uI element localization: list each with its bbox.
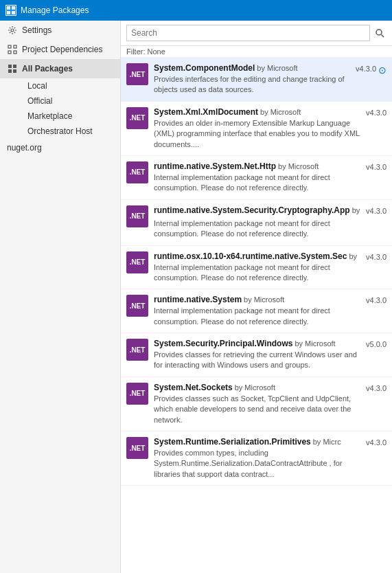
svg-rect-1 [12,6,15,10]
package-name: System.Runtime.Serialization.Primitives [154,437,311,447]
package-version: v4.3.0 [366,437,387,447]
content-area: Filter: None .NET System.ComponentModel … [121,21,392,573]
sidebar-item-marketplace[interactable]: Marketplace [22,109,120,124]
package-name: System.ComponentModel [154,63,255,73]
package-description: Provides common types, including System.… [154,448,360,480]
package-description: Provides interfaces for the editing and … [154,74,350,95]
package-version: v5.0.0 [366,339,387,348]
svg-rect-2 [7,11,10,14]
sidebar-item-nuget-org[interactable]: nuget.org [0,139,120,157]
package-version: v4.3.0 [366,383,387,392]
svg-rect-3 [12,11,15,14]
package-item[interactable]: .NET System.Net.Sockets by Microsoft Pro… [121,377,392,431]
package-icon: .NET [126,339,148,361]
package-version-area: v4.3.0 [366,161,387,171]
package-author: Microsoft [254,295,285,304]
svg-rect-10 [13,65,16,68]
package-item[interactable]: .NET System.Runtime.Serialization.Primit… [121,431,392,486]
package-name: System.Security.Principal.Windows [154,339,292,348]
package-title-row: System.ComponentModel by Microsoft [154,63,350,73]
package-item[interactable]: .NET System.ComponentModel by Microsoft … [121,58,392,102]
package-title-row: runtime.native.System.Security.Cryptogra… [154,205,360,217]
svg-rect-0 [7,6,10,10]
sidebar-item-official[interactable]: Official [22,93,120,109]
package-description: Internal implementation package not mean… [154,218,360,240]
package-item[interactable]: .NET runtime.native.System.Security.Cryp… [121,200,392,246]
package-title-row: System.Runtime.Serialization.Primitives … [154,437,360,447]
package-name: runtime.osx.10.10-x64.runtime.native.Sys… [154,251,347,261]
package-by: by [313,438,321,446]
package-title-row: runtime.native.System by Microsoft [154,295,360,304]
package-icon: .NET [126,437,148,459]
svg-rect-9 [8,65,12,68]
package-description: Provides an older in-memory Extensible M… [154,118,360,150]
svg-rect-12 [13,69,16,73]
window-title: Manage Packages [21,5,89,15]
package-version: v4.3.0 [366,107,387,117]
gear-icon [7,25,18,36]
package-description: Provides classes for retrieving the curr… [154,350,360,371]
package-info: runtime.native.System.Net.Http by Micros… [154,161,360,194]
package-icon: .NET [126,251,148,273]
package-icon: .NET [126,161,148,183]
package-description: Provides classes such as Socket, TcpClie… [154,394,360,425]
package-author: Microsoft [288,162,319,170]
package-author: Microsoft [270,108,301,116]
package-version-area: v4.3.0 [366,295,387,304]
package-author: Microsoft [244,383,275,392]
package-item[interactable]: .NET runtime.native.System by Microsoft … [121,289,392,333]
package-title-row: System.Xml.XmlDocument by Microsoft [154,107,360,117]
package-item[interactable]: .NET runtime.native.System.Net.Http by M… [121,156,392,200]
package-version-area: v5.0.0 [366,339,387,348]
search-input[interactable] [126,25,370,41]
app-icon [5,5,16,16]
svg-line-14 [381,34,384,37]
svg-rect-5 [8,45,11,48]
sidebar-item-settings[interactable]: Settings [0,21,120,40]
package-by: by [235,383,243,392]
download-icon[interactable]: ⊙ [378,65,387,76]
package-info: System.Security.Principal.Windows by Mic… [154,339,360,371]
package-version: v4.3.0 [366,251,387,261]
sidebar-item-all-packages[interactable]: All Packages [0,59,120,78]
package-icon: .NET [126,107,148,129]
package-item[interactable]: .NET System.Security.Principal.Windows b… [121,333,392,377]
package-version-area: v4.3.0 [366,437,387,447]
package-name: System.Net.Sockets [154,383,233,392]
package-title-row: System.Security.Principal.Windows by Mic… [154,339,360,348]
sidebar-item-orchestrator-host[interactable]: Orchestrator Host [22,124,120,139]
sidebar-item-project-dependencies[interactable]: Project Dependencies [0,40,120,59]
package-item[interactable]: .NET runtime.osx.10.10-x64.runtime.nativ… [121,246,392,290]
main-layout: Settings Project Dependencies [0,21,392,573]
package-name: runtime.native.System.Security.Cryptogra… [154,205,350,215]
package-author: Microsoft [305,339,336,348]
package-author: Micrc [323,438,341,446]
sidebar-submenu: Local Official Marketplace Orchestrator … [0,78,120,139]
svg-rect-6 [14,45,16,48]
package-by: by [260,108,268,116]
orchestrator-label: Orchestrator Host [27,126,93,136]
package-version: v4.3.0 ⊙ [356,63,387,76]
package-by: by [244,295,252,304]
package-by: by [349,252,357,260]
package-version-area: v4.3.0 [366,383,387,392]
package-info: System.Xml.XmlDocument by Microsoft Prov… [154,107,360,150]
package-icon: .NET [126,63,148,85]
package-info: runtime.native.System.Security.Cryptogra… [154,205,360,240]
official-label: Official [27,96,52,106]
package-title-row: System.Net.Sockets by Microsoft [154,383,360,392]
package-title-row: runtime.osx.10.10-x64.runtime.native.Sys… [154,251,360,261]
sidebar-item-local[interactable]: Local [22,78,120,93]
package-icon: .NET [126,205,148,227]
package-info: runtime.native.System by Microsoft Inter… [154,295,360,327]
svg-rect-7 [8,51,11,54]
package-item[interactable]: .NET System.Xml.XmlDocument by Microsoft… [121,102,392,156]
package-icon: .NET [126,295,148,317]
package-version: v4.3.0 [366,205,387,215]
search-button[interactable] [373,26,387,40]
package-title-row: runtime.native.System.Net.Http by Micros… [154,161,360,171]
svg-point-4 [11,29,14,32]
package-list[interactable]: .NET System.ComponentModel by Microsoft … [121,58,392,573]
svg-point-13 [376,30,382,35]
marketplace-label: Marketplace [27,111,72,121]
